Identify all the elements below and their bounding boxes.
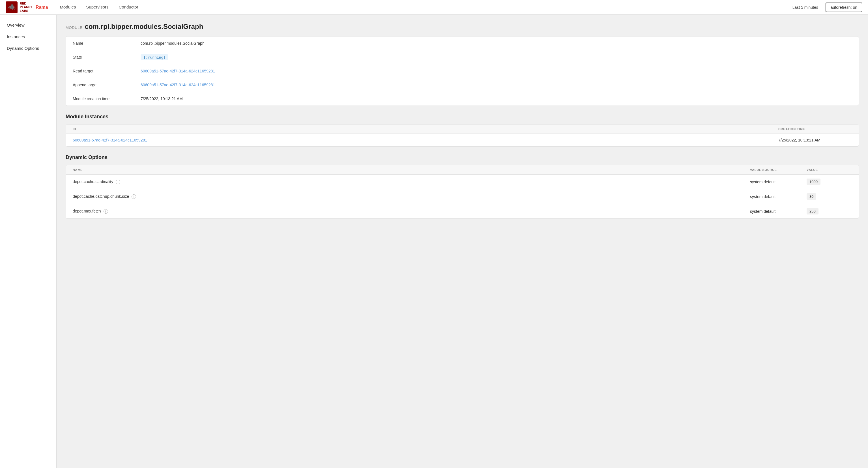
sidebar: Overview Instances Dynamic Options: [0, 15, 57, 468]
info-icon-0[interactable]: i: [116, 180, 120, 184]
module-label: MODULE: [66, 26, 83, 30]
info-value-append-target[interactable]: 60609a51-57ae-42f7-314a-624c11659281: [141, 83, 215, 87]
logo-text: REDPLANETLABS: [20, 2, 32, 13]
nav-supervisors[interactable]: Supervisors: [81, 0, 114, 15]
module-name: com.rpl.bipper.modules.SocialGraph: [85, 23, 204, 30]
time-range-button[interactable]: Last 5 minutes: [788, 3, 822, 11]
layout: Overview Instances Dynamic Options MODUL…: [0, 15, 868, 468]
nav-modules[interactable]: Modules: [55, 0, 81, 15]
topnav: 🕷️ REDPLANETLABS Rama Modules Supervisor…: [0, 0, 868, 15]
info-label-state: State: [73, 55, 141, 59]
info-row-read-target: Read target 60609a51-57ae-42f7-314a-624c…: [66, 64, 859, 78]
info-value-state: [:running]: [141, 55, 168, 59]
table-row: depot.cache.catchup.chunk.size i system …: [66, 189, 859, 204]
logo-icon: 🕷️: [6, 1, 18, 13]
dyn-option-name-2: depot.max.fetch i: [73, 209, 750, 214]
dynamic-options-table: NAME VALUE SOURCE VALUE depot.cache.card…: [66, 165, 859, 219]
main-content: MODULEcom.rpl.bipper.modules.SocialGraph…: [57, 15, 868, 468]
instance-creation-time: 7/25/2022, 10:13:21 AM: [778, 138, 852, 142]
info-value-read-target[interactable]: 60609a51-57ae-42f7-314a-624c11659281: [141, 69, 215, 73]
instances-col-creation: CREATION TIME: [778, 127, 852, 131]
dynamic-options-header: NAME VALUE SOURCE VALUE: [66, 165, 859, 175]
instances-section-title: Module Instances: [66, 114, 859, 120]
dyn-option-val-2: 250: [807, 208, 852, 215]
info-label-name: Name: [73, 41, 141, 45]
info-label-creation-time: Module creation time: [73, 96, 141, 101]
dyn-option-vs-1: system default: [750, 194, 807, 199]
state-badge: [:running]: [141, 54, 168, 60]
table-row: 60609a51-57ae-42f7-314a-624c11659281 7/2…: [66, 134, 859, 146]
instances-table: ID CREATION TIME 60609a51-57ae-42f7-314a…: [66, 124, 859, 147]
topnav-right: Last 5 minutes autorefresh: on: [788, 3, 862, 12]
sidebar-item-dynamic-options[interactable]: Dynamic Options: [0, 42, 56, 54]
sidebar-item-overview[interactable]: Overview: [0, 19, 56, 31]
info-icon-2[interactable]: i: [103, 209, 108, 214]
logo: 🕷️ REDPLANETLABS: [6, 1, 32, 13]
nav-links: Modules Supervisors Conductor: [55, 0, 788, 15]
info-row-append-target: Append target 60609a51-57ae-42f7-314a-62…: [66, 78, 859, 92]
dyn-option-vs-0: system default: [750, 180, 807, 184]
instances-table-header: ID CREATION TIME: [66, 125, 859, 134]
instances-col-id: ID: [73, 127, 778, 131]
info-value-name: com.rpl.bipper.modules.SocialGraph: [141, 41, 205, 45]
sidebar-item-instances[interactable]: Instances: [0, 31, 56, 42]
dyn-col-val: VALUE: [807, 168, 852, 171]
dyn-option-val-0: 1000: [807, 179, 852, 185]
dynamic-options-section-title: Dynamic Options: [66, 155, 859, 160]
table-row: depot.max.fetch i system default 250: [66, 204, 859, 218]
brand-label: Rama: [36, 5, 48, 10]
dyn-option-val-1: 30: [807, 193, 852, 200]
dyn-col-vs: VALUE SOURCE: [750, 168, 807, 171]
dyn-option-name-0: depot.cache.cardinality i: [73, 179, 750, 184]
info-row-state: State [:running]: [66, 50, 859, 64]
info-label-append-target: Append target: [73, 83, 141, 87]
autorefresh-button[interactable]: autorefresh: on: [826, 3, 862, 12]
dyn-option-name-1: depot.cache.catchup.chunk.size i: [73, 194, 750, 199]
module-info-card: Name com.rpl.bipper.modules.SocialGraph …: [66, 36, 859, 106]
dyn-col-name: NAME: [73, 168, 750, 171]
dyn-option-vs-2: system default: [750, 209, 807, 214]
nav-conductor[interactable]: Conductor: [114, 0, 143, 15]
instance-id[interactable]: 60609a51-57ae-42f7-314a-624c11659281: [73, 138, 778, 142]
info-icon-1[interactable]: i: [131, 194, 136, 199]
module-title: MODULEcom.rpl.bipper.modules.SocialGraph: [66, 23, 859, 31]
info-label-read-target: Read target: [73, 69, 141, 73]
info-row-creation-time: Module creation time 7/25/2022, 10:13:21…: [66, 92, 859, 105]
table-row: depot.cache.cardinality i system default…: [66, 175, 859, 189]
info-row-name: Name com.rpl.bipper.modules.SocialGraph: [66, 36, 859, 50]
info-value-creation-time: 7/25/2022, 10:13:21 AM: [141, 96, 183, 101]
